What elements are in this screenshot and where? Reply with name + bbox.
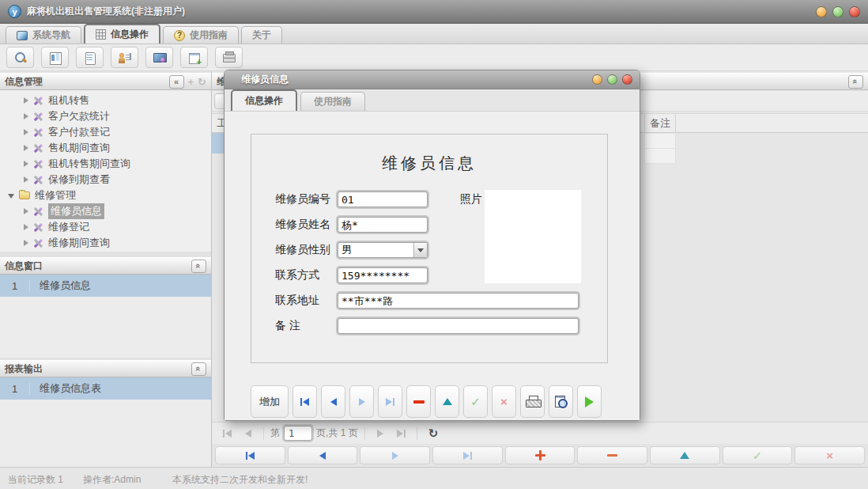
add-button[interactable]: 增加	[251, 385, 289, 418]
maximize-button[interactable]	[832, 6, 843, 17]
gender-select[interactable]: 男	[338, 242, 428, 258]
contact-phone-label: 联系方式	[275, 268, 335, 282]
cross-icon: ×	[500, 395, 508, 408]
tree-item-selected[interactable]: 维修员信息	[0, 203, 211, 219]
dialog-body: 维修员信息 维修员编号 维修员姓名 维修员性别 男 联系方式	[225, 112, 640, 420]
contact-phone-field[interactable]	[338, 267, 428, 283]
report-icon	[48, 51, 62, 64]
refresh-button[interactable]: ↻	[428, 426, 439, 441]
toolbar-document-button[interactable]	[76, 47, 104, 68]
tree-item[interactable]: 维修登记	[0, 219, 211, 235]
run-button[interactable]	[577, 385, 602, 418]
expand-arrow-icon[interactable]	[24, 176, 28, 183]
chevron-down-icon[interactable]	[413, 243, 427, 257]
monitor-icon	[153, 51, 166, 64]
print-button[interactable]	[520, 385, 545, 418]
list-item[interactable]: 1 维修员信息表	[0, 377, 211, 400]
nav-next-button[interactable]	[360, 446, 430, 464]
tab-system-nav[interactable]: 系统导航	[6, 26, 81, 44]
grid-cell[interactable]	[644, 134, 676, 149]
collapse-up-button[interactable]: «	[848, 75, 863, 89]
user-chart-icon	[118, 51, 131, 64]
expand-arrow-icon[interactable]	[24, 145, 28, 151]
list-item[interactable]: 1 维修员信息	[0, 275, 211, 297]
expand-arrow-icon[interactable]	[24, 208, 28, 214]
dialog-maximize-button[interactable]	[607, 74, 617, 85]
expand-arrow-icon[interactable]	[24, 97, 28, 104]
expand-arrow-icon[interactable]	[24, 161, 28, 167]
tab-info-ops-label: 信息操作	[111, 28, 149, 41]
delete-button[interactable]	[406, 385, 431, 418]
prev-page-button[interactable]	[240, 426, 257, 442]
toolbar-cardfile-button[interactable]	[215, 47, 243, 68]
tree-item[interactable]: 客户付款登记	[0, 124, 211, 140]
expand-arrow-icon[interactable]	[24, 240, 28, 246]
first-page-button[interactable]	[218, 426, 236, 442]
print-preview-icon	[554, 396, 568, 408]
nav-last-button[interactable]	[432, 446, 503, 464]
page-input[interactable]	[284, 426, 312, 441]
dialog-tab-guide[interactable]: 使用指南	[300, 92, 365, 111]
tree-item[interactable]: 客户欠款统计	[0, 108, 211, 124]
dialog-tab-info-ops[interactable]: 信息操作	[231, 89, 297, 111]
run-icon	[585, 396, 594, 408]
repairman-id-field[interactable]	[338, 191, 428, 207]
tree-item[interactable]: 维修期间查询	[0, 235, 211, 251]
cancel-button[interactable]: ×	[492, 385, 516, 418]
minimize-button[interactable]	[816, 6, 827, 17]
dialog-close-button[interactable]	[622, 74, 632, 85]
edit-triangle-icon	[680, 452, 689, 459]
tab-info-ops[interactable]: 信息操作	[84, 24, 160, 44]
tree-item[interactable]: 租机转售	[0, 93, 211, 108]
collapse-up-button[interactable]: «	[191, 260, 206, 273]
tab-about[interactable]: 关于	[241, 26, 282, 44]
refresh-icon[interactable]: ↻	[198, 76, 206, 88]
post-button[interactable]: ✓	[463, 385, 488, 418]
print-preview-button[interactable]	[549, 385, 573, 418]
first-record-button[interactable]	[292, 385, 317, 418]
nav-prev-button[interactable]	[288, 446, 358, 464]
cancel-record-button[interactable]: ×	[794, 446, 865, 464]
report-output-title: 报表输出	[5, 362, 43, 376]
info-window-header: 信息窗口 «	[0, 257, 211, 275]
add-record-button[interactable]	[505, 446, 576, 464]
delete-record-button[interactable]	[577, 446, 647, 464]
tree-item[interactable]: 租机转售期间查询	[0, 156, 211, 172]
remark-field[interactable]	[338, 318, 579, 334]
last-record-button[interactable]	[378, 385, 402, 418]
post-record-button[interactable]: ✓	[723, 446, 793, 464]
edit-record-button[interactable]	[650, 446, 720, 464]
dialog-titlebar[interactable]: 维修员信息	[225, 70, 640, 89]
grid-cell[interactable]	[644, 149, 676, 164]
toolbar-report-button[interactable]	[41, 47, 69, 68]
tab-about-label: 关于	[252, 28, 271, 42]
repairman-name-field[interactable]	[338, 217, 428, 233]
edit-button[interactable]	[435, 385, 459, 418]
close-button[interactable]	[849, 6, 860, 17]
last-page-button[interactable]	[393, 426, 410, 442]
next-page-button[interactable]	[372, 426, 389, 442]
prev-record-button[interactable]	[321, 385, 345, 418]
expand-arrow-icon[interactable]	[24, 113, 28, 119]
report-output-list: 1 维修员信息表	[0, 377, 211, 467]
tree-item[interactable]: 保修到期查看	[0, 172, 211, 188]
toolbar-search-button[interactable]	[6, 47, 34, 68]
tree-folder-maintenance[interactable]: 维修管理	[0, 188, 211, 203]
toolbar-user-button[interactable]	[111, 47, 138, 68]
next-record-button[interactable]	[349, 385, 374, 418]
collapse-up-button[interactable]: «	[191, 362, 206, 376]
dialog-minimize-button[interactable]	[592, 74, 602, 85]
expand-arrow-icon[interactable]	[24, 129, 28, 135]
collapse-left-button[interactable]: «	[169, 75, 184, 89]
expand-arrow-icon[interactable]	[24, 224, 28, 230]
toolbar-window-add-button[interactable]	[180, 47, 208, 68]
tab-system-nav-label: 系统导航	[32, 28, 70, 42]
tab-guide[interactable]: 使用指南	[163, 26, 239, 44]
plus-icon[interactable]: +	[188, 76, 194, 88]
collapse-arrow-icon[interactable]	[8, 194, 14, 199]
tree-item[interactable]: 售机期间查询	[0, 140, 211, 156]
toolbar-monitor-button[interactable]	[145, 47, 173, 68]
plus-icon	[535, 450, 545, 461]
contact-address-field[interactable]	[338, 293, 579, 309]
nav-first-button[interactable]	[215, 446, 285, 464]
